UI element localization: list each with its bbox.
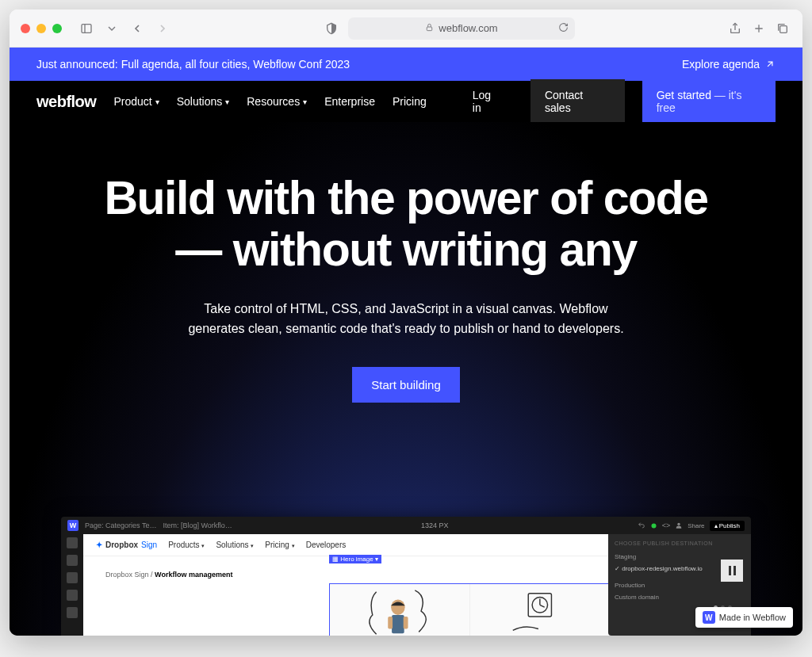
editor-item-label[interactable]: Item: [Blog] Workflo… [163, 521, 232, 529]
illustration-panel [330, 584, 470, 636]
editor-sidebar [61, 534, 83, 636]
minimize-window-icon[interactable] [36, 24, 46, 33]
main-nav: webflow Product▾ Solutions▾ Resources▾ E… [10, 81, 802, 122]
share-icon[interactable] [726, 20, 744, 37]
chevron-down-icon: ▾ [292, 543, 295, 548]
nav-resources[interactable]: Resources▾ [247, 95, 307, 108]
maximize-window-icon[interactable] [52, 24, 62, 33]
editor-tool-icon[interactable] [67, 555, 78, 566]
canvas-nav-item[interactable]: Pricing ▾ [265, 540, 294, 549]
webflow-badge-icon: W [703, 611, 715, 624]
chevron-down-icon: ▾ [155, 97, 159, 106]
refresh-icon[interactable] [558, 22, 569, 35]
canvas-nav-item[interactable]: Solutions ▾ [216, 540, 254, 549]
canvas-nav-item[interactable]: Products ▾ [168, 540, 205, 549]
editor-tool-icon[interactable] [67, 537, 78, 548]
svg-point-9 [678, 523, 680, 525]
dropdown-heading: CHOOSE PUBLISH DESTINATION [615, 540, 745, 546]
svg-rect-6 [780, 25, 787, 32]
start-building-button[interactable]: Start building [352, 367, 460, 403]
editor-tool-icon[interactable] [67, 590, 78, 601]
brand-text: Dropbox [105, 540, 138, 549]
svg-rect-12 [388, 617, 393, 629]
logo[interactable]: webflow [36, 93, 96, 111]
editor-share[interactable]: Share [688, 522, 704, 529]
tabs-icon[interactable] [774, 20, 791, 37]
svg-rect-13 [404, 617, 408, 629]
chevron-down-icon[interactable] [103, 20, 121, 37]
dropdown-item[interactable]: Custom domain [615, 591, 745, 603]
announcement-cta-label: Explore agenda [682, 58, 760, 71]
nav-product[interactable]: Product▾ [113, 95, 159, 108]
browser-chrome: webflow.com [10, 10, 802, 48]
browser-window: webflow.com Just announced: Full agenda,… [10, 10, 802, 636]
pause-button[interactable] [721, 560, 743, 582]
webflow-logo-icon[interactable]: W [67, 520, 79, 531]
illustration-panel [470, 584, 611, 636]
person-icon[interactable] [675, 521, 683, 529]
element-selection-label[interactable]: ▦ Hero image ▾ [329, 555, 381, 563]
item-text: dropbox-redesign.webflow.io [622, 565, 702, 572]
publish-label: Publish [719, 522, 740, 529]
nav-enterprise[interactable]: Enterprise [324, 95, 375, 108]
shield-icon[interactable] [323, 20, 340, 37]
svg-line-17 [540, 605, 545, 607]
editor-tool-icon[interactable] [67, 572, 78, 583]
nav-solutions[interactable]: Solutions▾ [177, 95, 230, 108]
nav-text: Pricing [265, 540, 289, 549]
editor-page-label[interactable]: Page: Categories Te… [85, 521, 156, 529]
traffic-lights [21, 24, 62, 33]
breadcrumb-current: Workflow management [155, 571, 232, 579]
nav-text: Products [168, 540, 199, 549]
nav-label: Resources [247, 95, 300, 108]
close-window-icon[interactable] [21, 24, 30, 33]
chevron-down-icon: ▾ [251, 543, 254, 548]
url-text: webflow.com [439, 22, 497, 34]
nav-label: Product [113, 95, 151, 108]
cta-label: Get started [657, 89, 711, 101]
editor-topbar: W Page: Categories Te… Item: [Blog] Work… [61, 517, 751, 534]
canvas-nav-item[interactable]: Developers [306, 540, 347, 549]
status-dot-icon [650, 522, 657, 529]
dropbox-icon: ✦ [96, 540, 102, 549]
badge-text: Made in Webflow [719, 613, 786, 622]
svg-point-8 [651, 523, 656, 528]
url-bar[interactable]: webflow.com [348, 17, 574, 40]
label-text: Hero image [340, 556, 373, 563]
canvas-brand[interactable]: ✦ Dropbox Sign [96, 540, 157, 549]
svg-rect-11 [392, 615, 404, 633]
chevron-down-icon: ▾ [225, 97, 229, 106]
new-tab-icon[interactable] [750, 20, 768, 37]
svg-rect-2 [427, 27, 432, 31]
contact-sales-button[interactable]: Contact sales [530, 79, 625, 124]
undo-icon[interactable] [638, 521, 645, 529]
sidebar-toggle-icon[interactable] [78, 20, 95, 37]
chevron-down-icon: ▾ [303, 97, 307, 106]
editor-tool-icon[interactable] [67, 607, 78, 618]
editor-breakpoint[interactable]: 1324 PX [421, 521, 449, 529]
announcement-cta[interactable]: Explore agenda [682, 58, 776, 71]
editor-publish-button[interactable]: ▴ Publish [710, 521, 745, 531]
nav-pricing[interactable]: Pricing [393, 95, 427, 108]
chevron-down-icon: ▾ [201, 543, 205, 548]
forward-button-icon[interactable] [154, 20, 171, 37]
nav-label: Solutions [177, 95, 223, 108]
hero-title: Build with the power of code — without w… [81, 173, 731, 276]
arrow-up-right-icon [764, 59, 776, 70]
hero-section: Build with the power of code — without w… [10, 122, 802, 636]
editor-code-icon[interactable]: <> [662, 521, 671, 529]
svg-line-7 [768, 62, 772, 67]
editor-preview: W Page: Categories Te… Item: [Blog] Work… [61, 517, 751, 636]
announcement-text: Just announced: Full agenda, all four ci… [36, 58, 350, 71]
announcement-banner[interactable]: Just announced: Full agenda, all four ci… [10, 48, 802, 81]
svg-rect-0 [82, 24, 91, 32]
nav-text: Solutions [216, 540, 248, 549]
back-button-icon[interactable] [128, 20, 146, 37]
get-started-button[interactable]: Get started — it's free [642, 79, 776, 124]
lock-icon [425, 23, 434, 33]
made-in-webflow-badge[interactable]: W Made in Webflow [695, 607, 793, 628]
breadcrumb-prefix: Dropbox Sign / [105, 571, 155, 579]
brand-suffix: Sign [141, 540, 157, 549]
login-button[interactable]: Log in [462, 81, 513, 122]
page-viewport: Just announced: Full agenda, all four ci… [10, 48, 802, 636]
